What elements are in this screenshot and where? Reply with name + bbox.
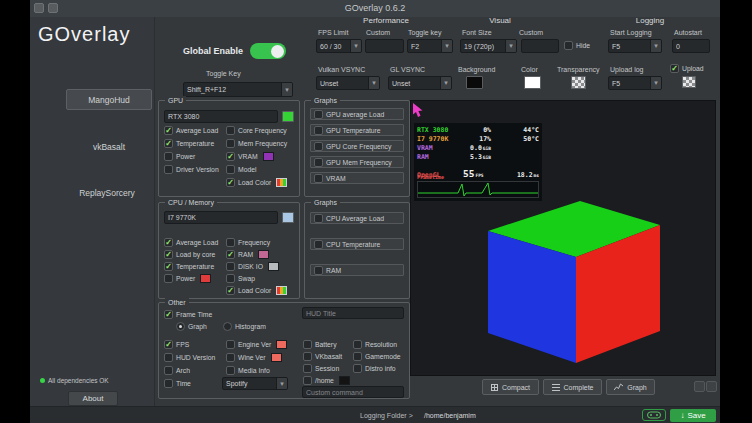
checkbox-temperature[interactable]: ✓Temperature <box>164 260 218 272</box>
checkbox-engine-ver[interactable]: Engine Ver <box>226 338 287 351</box>
sidebar-item-replaysorcery[interactable]: ReplaySorcery <box>60 183 154 204</box>
save-button[interactable]: ↓ Save <box>670 409 716 422</box>
checkbox-load-by-core[interactable]: ✓Load by core <box>164 248 218 260</box>
checkbox-label: CPU Temperature <box>326 241 380 248</box>
checkbox-gpu-average-load[interactable]: GPU average Load <box>310 108 404 120</box>
checkbox-model[interactable]: Model <box>226 163 287 176</box>
start-logging-select[interactable]: F5 ▾ <box>608 39 662 53</box>
checkbox-mem-frequency[interactable]: Mem Frequency <box>226 137 287 150</box>
checkbox-media-info[interactable]: Media Info <box>226 364 287 377</box>
global-enable-toggle[interactable] <box>250 43 286 59</box>
checkbox-temperature[interactable]: ✓Temperature <box>164 137 219 150</box>
checkbox-gpu-temperature[interactable]: GPU Temperature <box>310 124 404 136</box>
checkbox-vram[interactable]: VRAM <box>310 172 404 184</box>
gpu-name-input[interactable] <box>164 110 278 123</box>
checkbox-frequency[interactable]: Frequency <box>226 236 287 248</box>
cpu-name-input[interactable] <box>164 211 278 224</box>
cpu-graphs-title: Graphs <box>311 198 340 207</box>
radio-histogram[interactable]: Histogram <box>223 322 266 331</box>
media-player-select[interactable]: Spotify ▾ <box>222 377 288 390</box>
color-swatch[interactable] <box>258 250 269 259</box>
color-swatch[interactable] <box>276 340 287 349</box>
preview-extra-button-1[interactable] <box>694 381 705 392</box>
sidebar-item-vkbasalt[interactable]: vkBasalt <box>66 137 152 158</box>
checkbox-icon <box>164 152 173 161</box>
color-swatch[interactable] <box>263 152 274 161</box>
preview-extra-button-2[interactable] <box>706 381 717 392</box>
checkbox-wine-ver[interactable]: Wine Ver <box>226 351 287 364</box>
color-swatch[interactable] <box>200 274 211 283</box>
about-button[interactable]: About <box>68 391 118 406</box>
chevron-down-icon: ▾ <box>276 378 287 389</box>
checkbox-average-load[interactable]: ✓Average Load <box>164 124 219 137</box>
checkbox-load-color[interactable]: ✓Load Color <box>226 284 287 296</box>
upload-log-select[interactable]: F5 ▾ <box>608 76 662 90</box>
checkbox-distro-info[interactable]: Distro info <box>353 362 401 374</box>
gl-vsync-select[interactable]: Unset ▾ <box>388 76 452 90</box>
color-swatch[interactable] <box>268 262 279 271</box>
checkbox-gpu-core-frequency[interactable]: GPU Core Frequency <box>310 140 404 152</box>
checkbox-load-color[interactable]: ✓Load Color <box>226 176 287 189</box>
checkbox-swap[interactable]: Swap <box>226 272 287 284</box>
autostart-input[interactable] <box>672 39 710 53</box>
logging-folder-path[interactable]: /home/benjamim <box>424 407 476 423</box>
custom-command-input[interactable] <box>302 386 404 398</box>
checkbox-vkbasalt[interactable]: VKbasalt <box>303 350 350 362</box>
camera-icon[interactable] <box>48 3 58 13</box>
color-swatch[interactable] <box>339 376 350 385</box>
checkbox-power[interactable]: Power <box>164 272 218 284</box>
checkbox-vram[interactable]: ✓VRAM <box>226 150 287 163</box>
background-color-swatch[interactable] <box>466 76 483 89</box>
checkbox-arch[interactable]: Arch <box>164 364 215 377</box>
font-size-select[interactable]: 19 (720p) ▾ <box>460 39 517 53</box>
monitor-icon[interactable] <box>34 3 44 13</box>
checkbox-cpu-temperature[interactable]: CPU Temperature <box>310 238 404 250</box>
checkbox-upload[interactable]: ✓Upload <box>670 64 704 73</box>
checkbox-disk-io[interactable]: DISK IO <box>226 260 287 272</box>
text-color-swatch[interactable] <box>524 76 541 89</box>
perf-custom-input[interactable] <box>365 39 404 53</box>
checkbox-cpu-average-load[interactable]: CPU Average Load <box>310 212 404 224</box>
checkbox-core-frequency[interactable]: Core Frequency <box>226 124 287 137</box>
checkbox-home[interactable]: /home <box>303 374 350 386</box>
cpu-color-swatch[interactable] <box>282 212 294 223</box>
color-swatch[interactable] <box>271 353 282 362</box>
checkbox-power[interactable]: Power <box>164 150 219 163</box>
radio-graph[interactable]: Graph <box>176 322 207 331</box>
visual-custom-input[interactable] <box>521 39 559 53</box>
checkbox-fps[interactable]: ✓FPS <box>164 338 215 351</box>
transparency-icon[interactable] <box>571 76 586 89</box>
fps-limit-select[interactable]: 60 / 30 ▾ <box>316 39 362 53</box>
complete-button[interactable]: Complete <box>543 379 602 395</box>
graph-button[interactable]: Graph <box>606 379 655 395</box>
checkbox-icon: ✓ <box>670 64 679 73</box>
sidebar-item-mangohud[interactable]: MangoHud <box>66 89 152 110</box>
checkbox-resolution[interactable]: Resolution <box>353 338 401 350</box>
checkbox-time[interactable]: Time <box>164 377 215 390</box>
checkbox-ram[interactable]: RAM <box>310 264 404 276</box>
checkbox-gpu-mem-frequency[interactable]: GPU Mem Frequency <box>310 156 404 168</box>
checkbox-average-load[interactable]: ✓Average Load <box>164 236 218 248</box>
perf-toggle-key-select[interactable]: F2 ▾ <box>407 39 453 53</box>
gpu-color-swatch[interactable] <box>282 111 294 122</box>
checkbox-battery[interactable]: Battery <box>303 338 350 350</box>
position-cursor-icon[interactable] <box>413 103 424 118</box>
checkbox-frame-time[interactable]: ✓Frame Time <box>164 308 212 321</box>
checkbox-gamemode[interactable]: Gamemode <box>353 350 401 362</box>
checkbox-session[interactable]: Session <box>303 362 350 374</box>
checkbox-hide[interactable]: Hide <box>564 41 590 50</box>
upload-preview-swatch[interactable] <box>682 76 696 88</box>
checkbox-driver-version[interactable]: Driver Version <box>164 163 219 176</box>
color-swatch[interactable] <box>276 178 287 187</box>
toggle-key-select[interactable]: Shift_R+F12 ▾ <box>183 82 293 97</box>
checkbox-ram[interactable]: ✓RAM <box>226 248 287 260</box>
checkbox-hud-version[interactable]: HUD Version <box>164 351 215 364</box>
checkbox-label: Temperature <box>176 140 214 147</box>
checkbox-label: Wine Ver <box>238 354 266 361</box>
checkbox-icon <box>226 340 235 349</box>
color-swatch[interactable] <box>276 286 287 295</box>
hud-title-input[interactable] <box>302 307 404 319</box>
compact-button[interactable]: Compact <box>482 379 539 395</box>
vulkan-vsync-select[interactable]: Unset ▾ <box>316 76 380 90</box>
gamepad-button[interactable] <box>642 409 666 421</box>
